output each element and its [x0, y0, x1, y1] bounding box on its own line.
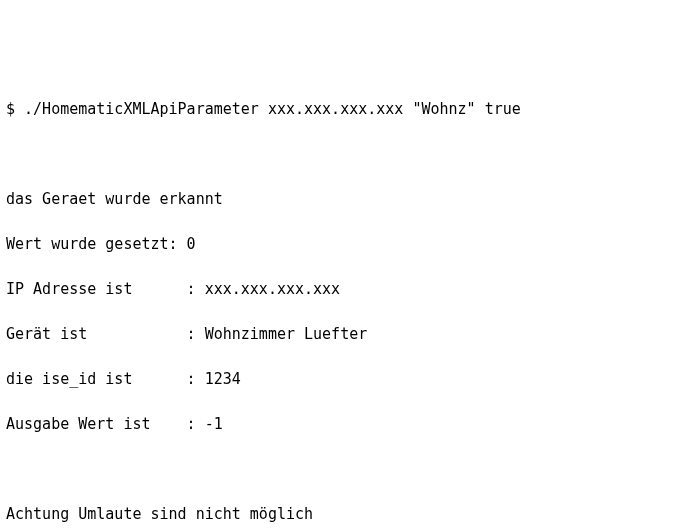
output-value: Ausgabe Wert ist : -1 — [6, 413, 668, 436]
output-value-set: Wert wurde gesetzt: 0 — [6, 233, 668, 256]
prompt-symbol: $ — [6, 100, 24, 118]
output-recognized: das Geraet wurde erkannt — [6, 188, 668, 211]
output-device-name: Gerät ist : Wohnzimmer Luefter — [6, 323, 668, 346]
output-ip-address: IP Adresse ist : xxx.xxx.xxx.xxx — [6, 278, 668, 301]
blank-line — [6, 458, 668, 481]
command-line-1[interactable]: $ ./HomematicXMLApiParameter xxx.xxx.xxx… — [6, 98, 668, 121]
output-ise-id: die ise_id ist : 1234 — [6, 368, 668, 391]
output-warning-umlaut: Achtung Umlaute sind nicht möglich — [6, 503, 668, 526]
blank-line — [6, 143, 668, 166]
command-text: ./HomematicXMLApiParameter xxx.xxx.xxx.x… — [24, 100, 521, 118]
